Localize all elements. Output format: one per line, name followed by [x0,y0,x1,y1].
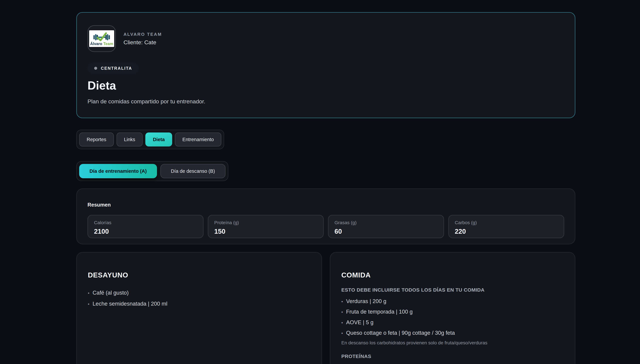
content-column: ÁlvaroTeam ALVARO TEAM Cliente: Cate CEN… [76,0,575,364]
tab-links[interactable]: Links [116,132,143,146]
stat-value: 2100 [94,228,197,235]
diet-item: Fruta de temporada | 100 g [341,309,564,315]
client-line: Cliente: Cate [123,39,162,46]
team-logo-inner: ÁlvaroTeam [89,30,114,47]
desayuno-items: Café (al gusto) Leche semidesnatada | 20… [88,290,311,307]
dumbbell-check-logo-icon: ÁlvaroTeam [90,30,114,47]
stat-label: Grasas (g) [334,220,438,225]
proteins-heading: PROTEÍNAS [341,354,564,359]
diet-item: Leche semidesnatada | 200 ml [88,301,311,307]
meal-title: DESAYUNO [88,271,311,279]
tab-reportes[interactable]: Reportes [79,132,114,146]
logo-word-alvaro: Álvaro [90,42,102,46]
diet-item: Café (al gusto) [88,290,311,296]
day-button-entrenamiento-a[interactable]: Día de entrenamiento (A) [79,164,157,178]
main-tab-bar: Reportes Links Dieta Entrenamiento [76,130,224,149]
comida-include-heading: ESTO DEBE INCLUIRSE TODOS LOS DÍAS EN TU… [341,287,564,293]
comida-note: En descanso los carbohidratos provienen … [341,340,564,346]
meals-row: DESAYUNO Café (al gusto) Leche semidesna… [76,252,575,364]
stat-label: Carbos (g) [455,220,558,225]
page-subtitle: Plan de comidas compartido por tu entren… [88,98,564,105]
header-card: ÁlvaroTeam ALVARO TEAM Cliente: Cate CEN… [76,12,575,118]
stat-proteina: Proteína (g) 150 [208,215,324,238]
stat-label: Calorías [94,220,197,225]
diet-item: Verduras | 200 g [341,298,564,304]
stat-value: 220 [455,228,558,235]
page-title: Dieta [88,79,564,92]
stat-carbos: Carbos (g) 220 [448,215,564,238]
tab-dieta[interactable]: Dieta [145,132,172,146]
centralita-badge: CENTRALITA [88,62,139,74]
svg-text:ÁlvaroTeam: ÁlvaroTeam [90,42,113,46]
meal-title: COMIDA [341,271,564,279]
diet-item: AOVE | 5 g [341,320,564,326]
meal-card-desayuno: DESAYUNO Café (al gusto) Leche semidesna… [76,252,322,364]
tab-entrenamiento[interactable]: Entrenamiento [175,132,221,146]
comida-include-items: Verduras | 200 g Fruta de temporada | 10… [341,298,564,336]
status-dot-icon [94,67,97,70]
meal-card-comida: COMIDA ESTO DEBE INCLUIRSE TODOS LOS DÍA… [330,252,575,364]
brand-row: ÁlvaroTeam ALVARO TEAM Cliente: Cate [88,25,564,52]
stat-calorias: Calorías 2100 [88,215,203,238]
logo-word-team: Team [103,42,113,46]
stat-value: 150 [214,228,317,235]
summary-title: Resumen [88,202,564,208]
brand-name: ALVARO TEAM [123,32,162,37]
summary-card: Resumen Calorías 2100 Proteína (g) 150 G… [76,188,575,244]
day-toggle-bar: Día de entrenamiento (A) Día de descanso… [76,161,228,181]
diet-item: Queso cottage o feta | 90g cottage / 30g… [341,330,564,336]
stats-row: Calorías 2100 Proteína (g) 150 Grasas (g… [88,215,564,238]
badge-label: CENTRALITA [101,66,132,71]
team-logo: ÁlvaroTeam [88,25,116,52]
stat-value: 60 [334,228,438,235]
brand-text: ALVARO TEAM Cliente: Cate [123,32,162,46]
day-button-descanso-b[interactable]: Día de descanso (B) [160,164,225,178]
stat-grasas: Grasas (g) 60 [328,215,444,238]
stat-label: Proteína (g) [214,220,317,225]
